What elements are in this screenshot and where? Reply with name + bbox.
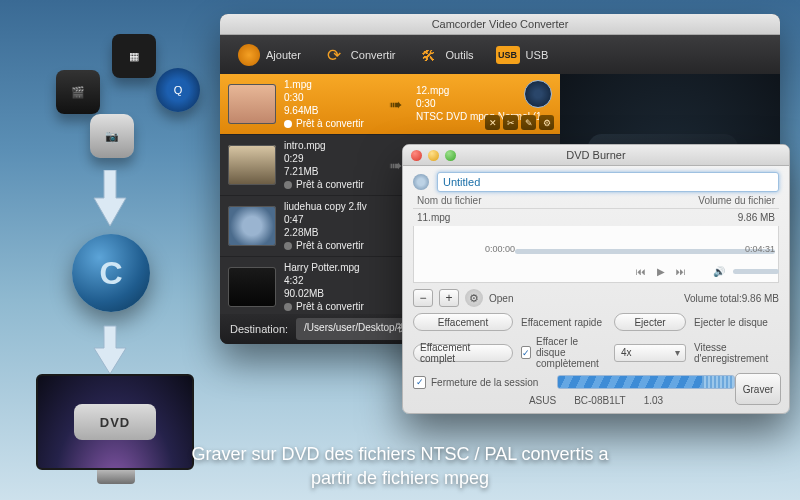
status-dot-icon — [284, 181, 292, 189]
status-text: Prêt à convertir — [296, 240, 364, 252]
convert-label: Convertir — [351, 49, 396, 61]
row-edit-button[interactable]: ✎ — [521, 115, 536, 130]
row-settings-button[interactable]: ⚙ — [539, 115, 554, 130]
col-filename: Nom du fichier — [417, 195, 481, 206]
erase-button[interactable]: Effacement — [413, 313, 513, 331]
intro-graphic: ▦ 🎬 Q 📷 C DVD — [30, 20, 205, 460]
dvd-label: DVD — [74, 404, 156, 440]
tools-label: Outils — [445, 49, 473, 61]
drive-firmware: 1.03 — [644, 395, 663, 406]
file-size: 2.28MB — [284, 227, 374, 239]
convert-button[interactable]: ⟳Convertir — [313, 40, 406, 70]
full-erase-button[interactable]: Effacement complet — [413, 344, 513, 362]
drive-model: BC-08B1LT — [574, 395, 626, 406]
toolbar: Ajouter ⟳Convertir 🛠Outils USBUSB — [220, 35, 780, 76]
list-item[interactable]: 1.mpg 0:30 9.64MB Prêt à convertir ➠ 12.… — [220, 74, 560, 135]
burner-list-row[interactable]: 11.mpg 9.86 MB — [413, 208, 779, 226]
playback-time-end: 0:04:31 — [745, 244, 775, 254]
status-text: Prêt à convertir — [296, 118, 364, 130]
vol-total-label: Volume total: — [684, 293, 742, 304]
file-size: 7.21MB — [284, 166, 374, 178]
file-name: Harry Potter.mpg — [284, 262, 374, 274]
tools-icon: 🛠 — [417, 44, 439, 66]
caption-line2: partir de fichiers mpeg — [0, 466, 800, 490]
clapperboard-icon: 🎬 — [56, 70, 100, 114]
media-player-icon: ▦ — [112, 34, 156, 78]
thumbnail — [228, 145, 276, 185]
burn-progress-bar — [557, 375, 735, 389]
full-erase-checkbox[interactable]: ✓Effacer le disque complètement — [521, 336, 606, 369]
speed-select[interactable]: 4x — [614, 344, 686, 362]
prev-button[interactable]: ⏮ — [635, 265, 647, 277]
arrow-down-icon — [88, 322, 132, 370]
disc-icon — [413, 174, 429, 190]
vol-total-value: 9.86 MB — [742, 293, 779, 304]
remove-item-button[interactable]: − — [413, 289, 433, 307]
refresh-icon: ⟳ — [323, 44, 345, 66]
thumbnail — [228, 84, 276, 124]
file-size: 90.02MB — [284, 288, 374, 300]
playback-slider[interactable] — [515, 249, 775, 254]
marketing-caption: Graver sur DVD des fichiers NTSC / PAL c… — [0, 442, 800, 490]
eject-button[interactable]: Ejecter — [614, 313, 686, 331]
close-session-checkbox[interactable]: ✓Fermeture de la session — [413, 376, 549, 389]
file-duration: 0:47 — [284, 214, 374, 226]
usb-button[interactable]: USBUSB — [486, 42, 559, 68]
thumbnail — [228, 206, 276, 246]
arrow-down-icon — [88, 170, 132, 226]
status-text: Prêt à convertir — [296, 179, 364, 191]
row-delete-button[interactable]: ✕ — [485, 115, 500, 130]
col-volume: Volume du fichier — [698, 195, 775, 206]
add-button[interactable]: Ajouter — [228, 40, 311, 70]
open-button[interactable]: Open — [489, 293, 513, 304]
disc-icon — [524, 80, 552, 108]
file-duration: 0:30 — [284, 92, 374, 104]
row-filename: 11.mpg — [417, 212, 450, 223]
volume-slider[interactable] — [733, 269, 779, 274]
playback-time-start: 0:00:00 — [485, 244, 515, 254]
file-duration: 0:29 — [284, 153, 374, 165]
app-logo-icon: C — [72, 234, 150, 312]
status-dot-icon — [284, 242, 292, 250]
tools-button[interactable]: 🛠Outils — [407, 40, 483, 70]
disc-name-input[interactable] — [437, 172, 779, 192]
drive-vendor: ASUS — [529, 395, 556, 406]
transport-controls: ⏮ ▶ ⏭ 🔊 — [635, 265, 779, 277]
caption-line1: Graver sur DVD des fichiers NTSC / PAL c… — [0, 442, 800, 466]
status-text: Prêt à convertir — [296, 301, 364, 313]
usb-icon: USB — [496, 46, 520, 64]
add-label: Ajouter — [266, 49, 301, 61]
status-dot-icon — [284, 303, 292, 311]
quicktime-icon: Q — [156, 68, 200, 112]
row-volume: 9.86 MB — [738, 212, 775, 223]
eject-label: Ejecter le disque — [694, 317, 779, 328]
file-duration: 4:32 — [284, 275, 374, 287]
settings-gear-button[interactable]: ⚙ — [465, 289, 483, 307]
status-dot-icon — [284, 120, 292, 128]
erase-mode-label: Effacement rapide — [521, 317, 606, 328]
usb-label: USB — [526, 49, 549, 61]
volume-icon[interactable]: 🔊 — [713, 265, 725, 277]
film-reel-icon — [238, 44, 260, 66]
play-button[interactable]: ▶ — [655, 265, 667, 277]
dvd-burner-window: DVD Burner Nom du fichier Volume du fich… — [402, 144, 790, 414]
camcorder-icon: 📷 — [90, 114, 134, 158]
row-trim-button[interactable]: ✂ — [503, 115, 518, 130]
burn-button[interactable]: Graver — [735, 373, 781, 405]
thumbnail — [228, 267, 276, 307]
speed-value: 4x — [621, 347, 632, 358]
destination-label: Destination: — [230, 323, 288, 335]
next-button[interactable]: ⏭ — [675, 265, 687, 277]
file-name: 1.mpg — [284, 79, 374, 91]
add-item-button[interactable]: + — [439, 289, 459, 307]
file-size: 9.64MB — [284, 105, 374, 117]
close-session-label: Fermeture de la session — [431, 377, 549, 388]
window-title: Camcorder Video Converter — [220, 14, 780, 35]
arrow-right-icon: ➠ — [382, 95, 408, 114]
file-name: liudehua copy 2.flv — [284, 201, 374, 213]
speed-label: Vitesse d'enregistrement — [694, 342, 779, 364]
full-erase-label: Effacer le disque complètement — [536, 336, 606, 369]
file-name: intro.mpg — [284, 140, 374, 152]
burner-title: DVD Burner — [403, 149, 789, 161]
